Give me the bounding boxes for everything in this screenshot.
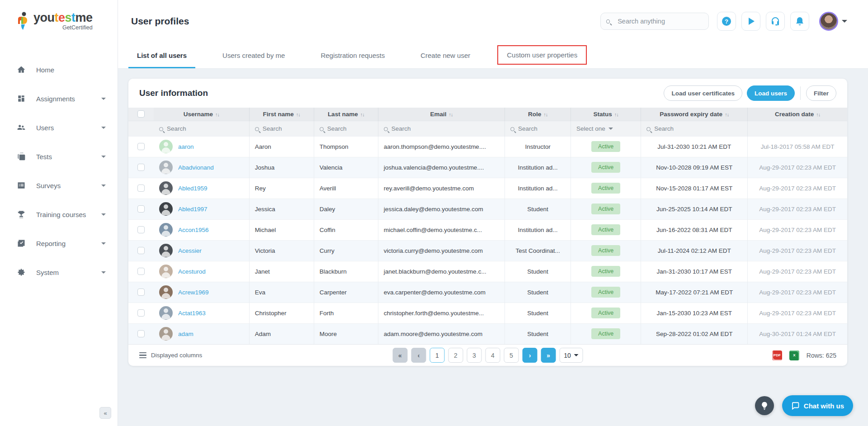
help-button[interactable]: ?	[717, 12, 736, 31]
username-link[interactable]: Acesturod	[178, 268, 206, 275]
sort-icon: ↑↓	[816, 112, 820, 117]
displayed-columns-button[interactable]: Displayed columns	[139, 352, 202, 359]
brand-name: youtestme	[33, 11, 93, 24]
sidebar-item-tests[interactable]: Tests	[0, 142, 118, 171]
username-link[interactable]: aaron	[178, 143, 194, 150]
export-excel-icon[interactable]: X	[789, 350, 799, 360]
row-checkbox[interactable]	[137, 164, 145, 171]
filter-password-expiry[interactable]: Search	[641, 121, 748, 136]
username-link[interactable]: Actat1963	[178, 310, 206, 317]
sort-icon: ↑↓	[215, 112, 219, 117]
username-link[interactable]: Accon1956	[178, 227, 209, 233]
sidebar: youtestme GetCertified Home Assignments …	[0, 0, 118, 426]
avatar[interactable]	[819, 12, 838, 31]
filter-status-select[interactable]: Select one	[571, 121, 641, 136]
column-header-status[interactable]: Status↑↓	[571, 108, 641, 121]
sidebar-item-assignments[interactable]: Assignments	[0, 84, 118, 113]
username-link[interactable]: Abled1997	[178, 206, 208, 213]
table-row: Acrew1969 Eva Carpenter eva.carpenter@de…	[128, 282, 847, 303]
filter-last-name[interactable]: Search	[314, 121, 378, 136]
row-checkbox[interactable]	[137, 143, 145, 150]
column-header-first-name[interactable]: First name↑↓	[249, 108, 314, 121]
last-name-cell: Moore	[314, 323, 378, 344]
username-link[interactable]: Acrew1969	[178, 289, 209, 296]
sidebar-item-training-courses[interactable]: Training courses	[0, 200, 118, 229]
first-name-cell: Eva	[249, 282, 314, 303]
user-information-card: User information Load user certificates …	[128, 79, 847, 366]
svg-text:?: ?	[725, 18, 728, 25]
sidebar-item-reporting[interactable]: Reporting	[0, 229, 118, 258]
username-link[interactable]: Abled1959	[178, 185, 208, 192]
video-tutorials-button[interactable]	[741, 12, 760, 31]
tab-list-of-all-users[interactable]: List of all users	[128, 43, 195, 68]
page-button-4[interactable]: 4	[486, 348, 500, 363]
row-checkbox[interactable]	[137, 309, 145, 317]
row-checkbox[interactable]	[137, 205, 145, 213]
user-avatar	[159, 265, 173, 278]
first-name-cell: Janet	[249, 261, 314, 282]
chat-bubble-icon	[791, 402, 799, 410]
row-checkbox[interactable]	[137, 185, 145, 192]
row-checkbox[interactable]	[137, 330, 145, 337]
tab-users-created-by-me[interactable]: Users created by me	[214, 43, 293, 68]
creation-date-cell: Aug-29-2017 02:23 AM EDT	[748, 157, 847, 178]
column-header-password-expiry-date[interactable]: Password expiry date↑↓	[641, 108, 748, 121]
user-avatar	[159, 140, 173, 153]
page-button-1[interactable]: 1	[430, 348, 445, 363]
status-badge: Active	[591, 162, 620, 173]
chat-with-us-button[interactable]: Chat with us	[782, 395, 853, 416]
table-row: aaron Aaron Thompson aaron.thompson@demo…	[128, 136, 847, 157]
column-header-creation-date[interactable]: Creation date↑↓	[748, 108, 847, 121]
page-size-select[interactable]: 10	[560, 348, 583, 363]
sidebar-item-system[interactable]: System	[0, 258, 118, 287]
row-checkbox[interactable]	[137, 226, 145, 233]
load-users-button[interactable]: Load users	[747, 85, 795, 101]
profile-menu[interactable]	[819, 12, 847, 31]
search-icon	[159, 127, 163, 131]
filter-role[interactable]: Search	[505, 121, 571, 136]
column-header-last-name[interactable]: Last name↑↓	[314, 108, 378, 121]
filter-first-name[interactable]: Search	[249, 121, 314, 136]
search-input[interactable]	[618, 18, 703, 25]
column-header-username[interactable]: Username↑↓	[154, 108, 249, 121]
global-search[interactable]	[600, 13, 709, 30]
hints-button[interactable]	[755, 396, 774, 415]
column-header-role[interactable]: Role↑↓	[505, 108, 571, 121]
sidebar-item-home[interactable]: Home	[0, 55, 118, 84]
table-row: Abled1959 Rey Averill rey.averill@demo.y…	[128, 178, 847, 199]
last-page-button[interactable]: »	[541, 348, 556, 363]
lightbulb-icon	[760, 401, 769, 410]
column-header-email[interactable]: Email↑↓	[378, 108, 505, 121]
password-expiry-cell: May-17-2022 07:21 AM EDT	[641, 282, 748, 303]
search-icon	[510, 127, 514, 131]
row-checkbox[interactable]	[137, 247, 145, 254]
export-pdf-icon[interactable]: PDF	[772, 350, 782, 360]
support-button[interactable]	[766, 12, 785, 31]
page-button-3[interactable]: 3	[467, 348, 482, 363]
tab-custom-user-properties[interactable]: Custom user properties	[497, 45, 587, 65]
select-all-checkbox[interactable]	[137, 110, 145, 118]
row-checkbox[interactable]	[137, 268, 145, 275]
first-page-button[interactable]: «	[393, 348, 408, 363]
page-button-2[interactable]: 2	[448, 348, 463, 363]
notifications-button[interactable]	[790, 12, 809, 31]
password-expiry-cell: Nov-15-2028 01:17 AM EST	[641, 178, 748, 199]
next-page-button[interactable]: ›	[523, 348, 538, 363]
creation-date-cell: Aug-29-2017 02:23 AM EDT	[748, 282, 847, 303]
role-cell: Student	[505, 323, 571, 344]
load-user-certificates-button[interactable]: Load user certificates	[664, 85, 742, 101]
username-link[interactable]: Abadvionand	[178, 164, 214, 171]
filter-email[interactable]: Search	[378, 121, 505, 136]
filter-username[interactable]: Search	[154, 121, 249, 136]
tab-create-new-user[interactable]: Create new user	[412, 43, 479, 68]
sidebar-item-users[interactable]: Users	[0, 113, 118, 142]
tab-registration-requests[interactable]: Registration requests	[312, 43, 393, 68]
prev-page-button[interactable]: ‹	[411, 348, 426, 363]
filter-button[interactable]: Filter	[806, 85, 836, 101]
sidebar-item-surveys[interactable]: Surveys	[0, 171, 118, 200]
username-link[interactable]: Acessier	[178, 247, 202, 254]
sidebar-collapse-button[interactable]: «	[99, 407, 111, 419]
page-button-5[interactable]: 5	[504, 348, 519, 363]
username-link[interactable]: adam	[178, 331, 193, 337]
row-checkbox[interactable]	[137, 289, 145, 296]
